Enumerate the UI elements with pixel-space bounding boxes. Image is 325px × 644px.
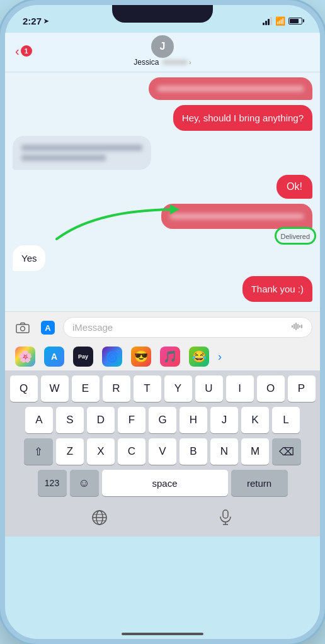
- app-icon-applepay[interactable]: Pay: [73, 347, 93, 367]
- message-row: Hey, should I bring anything?: [13, 105, 312, 131]
- back-button[interactable]: ‹ 1: [15, 45, 32, 57]
- svg-text:A: A: [51, 352, 57, 362]
- key-s[interactable]: S: [56, 407, 84, 433]
- svg-rect-1: [16, 325, 29, 333]
- blurred-bubble-sent-1: [149, 77, 312, 100]
- svg-rect-9: [299, 325, 300, 328]
- shift-key[interactable]: ⇧: [24, 438, 53, 465]
- return-key[interactable]: return: [231, 470, 288, 496]
- message-row: Thank you :): [13, 276, 312, 302]
- message-row: [13, 77, 312, 100]
- key-f[interactable]: F: [118, 407, 145, 433]
- keyboard-row-4: 123 ☺ space return: [8, 470, 317, 496]
- messages-area: Hey, should I bring anything? Ok! Del: [5, 72, 320, 311]
- app-icon-appstore[interactable]: A: [44, 347, 64, 367]
- key-k[interactable]: K: [241, 407, 269, 433]
- bubble-sent-hey: Hey, should I bring anything?: [173, 105, 312, 131]
- svg-rect-17: [223, 510, 228, 518]
- key-w[interactable]: W: [41, 375, 69, 402]
- space-key[interactable]: space: [102, 470, 228, 496]
- message-input[interactable]: iMessage: [63, 317, 312, 338]
- home-indicator: [122, 633, 203, 635]
- location-arrow-icon: ➤: [43, 18, 48, 25]
- globe-icon[interactable]: [91, 509, 108, 526]
- key-t[interactable]: T: [134, 375, 161, 402]
- key-v[interactable]: V: [149, 438, 176, 465]
- status-icons: 📶: [263, 16, 302, 26]
- app-icon-memoji[interactable]: 😎: [131, 347, 151, 367]
- key-j[interactable]: J: [210, 407, 238, 433]
- wifi-icon: 📶: [275, 16, 285, 26]
- signal-bar-1: [263, 23, 265, 25]
- key-q[interactable]: Q: [10, 375, 38, 402]
- key-m[interactable]: M: [241, 438, 269, 465]
- delivered-annotation: Delivered: [281, 230, 310, 242]
- mic-icon[interactable]: [217, 509, 234, 526]
- nav-header: ‹ 1 J Jessica ›: [5, 33, 320, 72]
- key-b[interactable]: B: [180, 438, 207, 465]
- key-a[interactable]: A: [25, 407, 53, 433]
- appstore-icon[interactable]: A: [38, 318, 58, 338]
- key-u[interactable]: U: [195, 375, 223, 402]
- contact-lastname-blur: [162, 60, 188, 65]
- delivered-row: Delivered: [13, 230, 310, 242]
- key-h[interactable]: H: [180, 407, 207, 433]
- svg-rect-5: [292, 325, 293, 328]
- key-i[interactable]: I: [226, 375, 254, 402]
- camera-icon[interactable]: [13, 318, 33, 338]
- battery-fill: [290, 19, 299, 23]
- contact-chevron-icon: ›: [189, 59, 191, 66]
- signal-bars: [263, 17, 272, 25]
- key-z[interactable]: Z: [56, 438, 84, 465]
- keyboard-row-1: Q W E R T Y U I O P: [8, 375, 317, 402]
- app-icon-music[interactable]: 🎵: [160, 347, 180, 367]
- contact-name: Jessica ›: [134, 58, 191, 67]
- contact-info[interactable]: J Jessica ›: [134, 35, 191, 67]
- phone-frame: 2:27 ➤ 📶 ‹ 1 J Jessica ›: [0, 0, 325, 644]
- emoji-key[interactable]: ☺: [70, 470, 99, 496]
- svg-rect-10: [301, 325, 302, 328]
- message-row: Ok!: [13, 175, 312, 199]
- svg-point-2: [21, 326, 25, 331]
- keyboard: Q W E R T Y U I O P A S D F G H J K L ⇧ …: [5, 370, 320, 504]
- key-e[interactable]: E: [72, 375, 100, 402]
- app-icon-sticker[interactable]: 😂: [189, 347, 209, 367]
- signal-bar-3: [268, 19, 270, 25]
- svg-rect-6: [294, 324, 295, 329]
- battery-icon: [288, 18, 302, 25]
- notch: [112, 5, 213, 23]
- bottom-bar: [5, 504, 320, 536]
- key-o[interactable]: O: [257, 375, 285, 402]
- key-l[interactable]: L: [272, 407, 300, 433]
- blurred-bubble-sent-2: [161, 204, 312, 229]
- bubble-sent-thankyou: Thank you :): [242, 276, 312, 302]
- status-time: 2:27: [23, 16, 42, 26]
- back-chevron-icon: ‹: [15, 45, 20, 57]
- bubble-sent-ok: Ok!: [277, 175, 312, 199]
- bubble-received-yes: Yes: [13, 245, 45, 271]
- input-placeholder: iMessage: [72, 322, 113, 333]
- svg-rect-7: [295, 323, 297, 330]
- key-x[interactable]: X: [87, 438, 115, 465]
- message-row: [13, 204, 312, 229]
- message-row: [13, 136, 312, 170]
- avatar: J: [151, 35, 174, 58]
- key-d[interactable]: D: [87, 407, 115, 433]
- svg-rect-8: [297, 324, 299, 329]
- key-g[interactable]: G: [149, 407, 176, 433]
- key-c[interactable]: C: [118, 438, 145, 465]
- key-n[interactable]: N: [210, 438, 238, 465]
- key-y[interactable]: Y: [164, 375, 192, 402]
- signal-bar-2: [265, 21, 267, 25]
- input-bar: A iMessage: [5, 311, 320, 343]
- delete-key[interactable]: ⌫: [272, 438, 301, 465]
- delivered-label: Delivered: [281, 233, 310, 240]
- message-row: Yes: [13, 245, 312, 271]
- key-p[interactable]: P: [288, 375, 316, 402]
- more-apps-chevron[interactable]: ›: [218, 350, 222, 364]
- app-icon-swirl[interactable]: 🌀: [102, 347, 122, 367]
- key-r[interactable]: R: [103, 375, 130, 402]
- app-icon-photos[interactable]: 🌸: [15, 347, 35, 367]
- numbers-key[interactable]: 123: [38, 470, 67, 496]
- svg-text:A: A: [45, 323, 51, 333]
